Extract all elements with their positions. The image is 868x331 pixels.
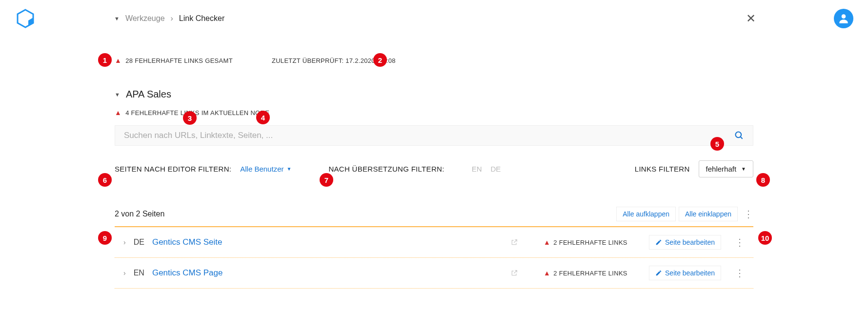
close-icon[interactable]: ✕: [746, 12, 756, 25]
pencil-icon: [655, 270, 662, 276]
svg-point-2: [842, 14, 846, 19]
breadcrumb-parent[interactable]: Werkzeuge: [125, 14, 165, 23]
search-input[interactable]: [124, 131, 734, 140]
chevron-right-icon: ›: [171, 14, 173, 23]
external-link-icon[interactable]: [510, 269, 518, 277]
caret-down-icon[interactable]: ▼: [115, 92, 120, 97]
caret-down-icon: ▼: [741, 166, 746, 172]
pencil-icon: [655, 239, 662, 246]
node-name: APA Sales: [126, 89, 171, 100]
editor-filter-label: SEITEN NACH EDITOR FILTERN:: [115, 165, 231, 173]
links-filter-label: LINKS FILTERN: [635, 165, 690, 173]
expand-all-button[interactable]: Alle aufklappen: [616, 207, 676, 221]
callout-badge: 2: [373, 53, 387, 67]
search-box[interactable]: [115, 125, 753, 146]
node-header[interactable]: ▼ APA Sales: [115, 89, 753, 100]
lang-filter-de[interactable]: DE: [490, 165, 501, 173]
svg-point-3: [736, 132, 742, 138]
result-lang: DE: [134, 238, 144, 247]
links-filter-dropdown[interactable]: fehlerhaft ▼: [699, 160, 753, 177]
caret-down-icon: ▼: [286, 166, 291, 172]
caret-down-icon[interactable]: ▼: [114, 16, 120, 21]
result-title-link[interactable]: Gentics CMS Page: [152, 268, 223, 278]
callout-badge: 3: [183, 111, 197, 125]
warning-icon: ▲: [544, 238, 550, 246]
callout-badge: 8: [756, 173, 770, 187]
svg-marker-0: [18, 10, 33, 27]
chevron-right-icon[interactable]: ›: [123, 238, 126, 246]
breadcrumb-current: Link Checker: [179, 14, 224, 23]
warning-icon: ▲: [115, 109, 121, 117]
avatar[interactable]: [834, 9, 853, 28]
svg-line-4: [741, 137, 743, 139]
result-row: › DE Gentics CMS Seite ▲ 2 FEHLERHAFTE L…: [115, 227, 753, 257]
lang-filter-en[interactable]: EN: [472, 165, 482, 173]
breadcrumb: ▼ Werkzeuge › Link Checker: [114, 14, 746, 23]
result-title-link[interactable]: Gentics CMS Seite: [152, 237, 222, 247]
chevron-right-icon[interactable]: ›: [123, 269, 126, 277]
callout-badge: 7: [320, 173, 333, 187]
editor-filter-dropdown[interactable]: Alle Benutzer ▼: [240, 165, 291, 173]
callout-badge: 1: [98, 53, 112, 67]
callout-badge: 6: [98, 173, 112, 187]
result-lang: EN: [134, 269, 144, 277]
more-icon[interactable]: ⋮: [735, 267, 745, 279]
total-broken-links-label: 28 FEHLERHAFTE LINKS GESAMT: [125, 57, 233, 64]
result-row: › EN Gentics CMS Page ▲ 2 FEHLERHAFTE LI…: [115, 258, 753, 288]
node-broken-links-label: 4 FEHLERHAFTE LINKS IM AKTUELLEN NODE: [125, 109, 269, 117]
app-logo[interactable]: [15, 8, 36, 29]
more-icon[interactable]: ⋮: [744, 208, 753, 220]
results-count: 2 von 2 Seiten: [115, 210, 613, 218]
warning-icon: ▲: [544, 269, 550, 277]
edit-page-button[interactable]: Seite bearbeiten: [649, 235, 721, 250]
collapse-all-button[interactable]: Alle einklappen: [679, 207, 738, 221]
result-warn-label: 2 FEHLERHAFTE LINKS: [553, 270, 627, 277]
external-link-icon[interactable]: [510, 238, 518, 246]
callout-badge: 9: [98, 231, 112, 245]
more-icon[interactable]: ⋮: [735, 236, 745, 248]
result-warn-label: 2 FEHLERHAFTE LINKS: [553, 239, 627, 246]
callout-badge: 4: [256, 111, 270, 124]
callout-badge: 5: [710, 137, 724, 151]
edit-page-button[interactable]: Seite bearbeiten: [649, 266, 721, 280]
callout-badge: 10: [758, 231, 772, 245]
warning-icon: ▲: [115, 57, 121, 64]
search-icon[interactable]: [734, 131, 744, 140]
translation-filter-label: NACH ÜBERSETZUNG FILTERN:: [328, 165, 444, 173]
